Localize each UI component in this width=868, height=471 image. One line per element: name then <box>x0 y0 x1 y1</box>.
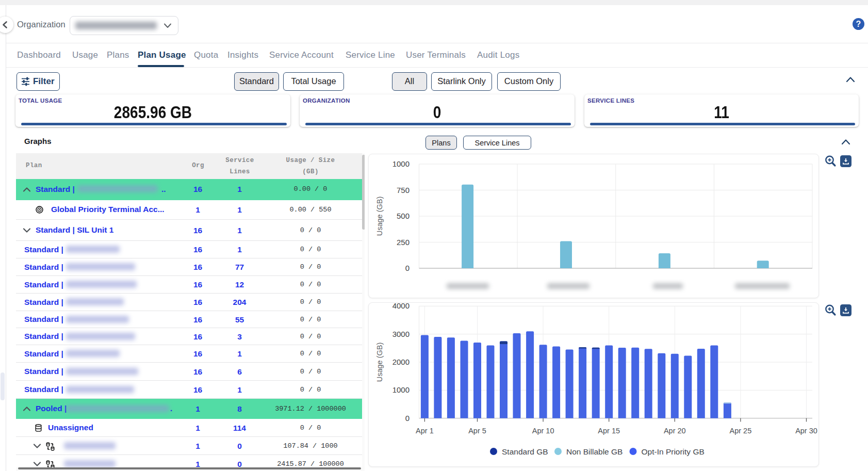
svg-text:0: 0 <box>405 414 410 423</box>
svg-text:Standard GB: Standard GB <box>502 447 548 456</box>
svg-text:500: 500 <box>397 212 410 220</box>
svg-text:1000: 1000 <box>392 385 410 394</box>
svg-text:Opt-In Priority GB: Opt-In Priority GB <box>642 447 705 456</box>
svg-text:Apr 10: Apr 10 <box>532 427 554 435</box>
svg-text:4000: 4000 <box>392 302 410 310</box>
svg-text:Apr 25: Apr 25 <box>730 427 752 435</box>
svg-text:Usage (GB): Usage (GB) <box>375 343 384 382</box>
svg-text:Apr 5: Apr 5 <box>468 427 486 435</box>
svg-text:1000: 1000 <box>392 159 410 168</box>
svg-text:2000: 2000 <box>392 358 410 366</box>
svg-text:Usage (GB): Usage (GB) <box>375 197 384 236</box>
svg-text:Apr 30: Apr 30 <box>795 427 817 435</box>
svg-text:250: 250 <box>397 238 410 247</box>
svg-text:3000: 3000 <box>392 330 410 338</box>
svg-text:Apr 1: Apr 1 <box>416 427 434 435</box>
svg-text:Apr 20: Apr 20 <box>664 427 686 435</box>
svg-text:750: 750 <box>397 186 410 194</box>
svg-text:0: 0 <box>405 264 410 272</box>
svg-text:Apr 15: Apr 15 <box>598 427 620 435</box>
svg-text:Non Billable GB: Non Billable GB <box>566 447 623 456</box>
